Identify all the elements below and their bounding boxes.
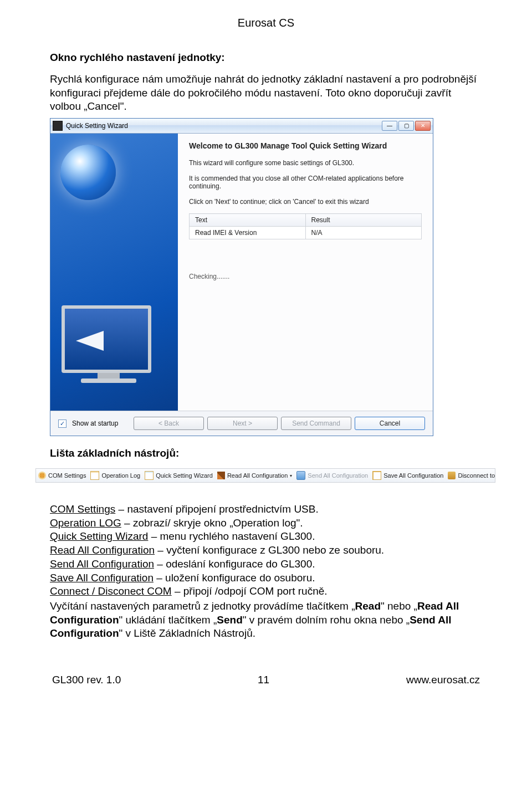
minimize-button[interactable]: — (382, 121, 397, 131)
window-title: Quick Setting Wizard (66, 122, 382, 130)
link-com: COM Settings (50, 503, 115, 515)
read-icon (217, 472, 225, 479)
link-readall: Read All Configuration (50, 544, 155, 556)
toolbar-quick-wizard[interactable]: Quick Setting Wizard (145, 471, 213, 480)
titlebar: Quick Setting Wizard — ▢ ✕ (50, 119, 433, 134)
document-icon (90, 471, 99, 480)
wizard-sidebar-graphic (50, 134, 178, 411)
toolbar-strip: COM Settings Operation Log Quick Setting… (35, 468, 495, 483)
col-result-header: Result (311, 216, 330, 224)
wizard-table: Text Result Read IMEI & Version N/A (189, 213, 422, 239)
footer-right: www.eurosat.cz (406, 674, 480, 686)
section-heading-2: Lišta základních nástrojů: (50, 447, 482, 459)
wizard-icon (145, 471, 154, 480)
dropdown-arrow-icon: ▾ (290, 473, 292, 478)
toolbar-disconnect[interactable]: Disconnect to COM (448, 472, 495, 479)
closing-paragraph: Vyčítání nastavených parametrů z jednotk… (50, 600, 482, 641)
cell-result: N/A (311, 229, 323, 237)
link-quick: Quick Setting Wizard (50, 530, 148, 542)
wizard-welcome: Welcome to GL300 Manage Tool Quick Setti… (189, 141, 422, 150)
wizard-text-1: This wizard will configure some basic se… (189, 159, 422, 167)
maximize-button[interactable]: ▢ (398, 121, 414, 131)
toolbar-save-all[interactable]: Save All Configuration (372, 471, 443, 480)
show-at-startup-checkbox[interactable]: ✓ (58, 420, 66, 428)
send-command-button[interactable]: Send Command (281, 417, 351, 430)
plug-icon (448, 472, 456, 479)
cancel-button[interactable]: Cancel (355, 417, 425, 430)
gear-icon (38, 472, 46, 479)
link-sendall: Send All Configuration (50, 558, 154, 570)
toolbar-read-all[interactable]: Read All Configuration▾ (217, 472, 292, 479)
link-log: Operation LOG (50, 517, 121, 529)
footer-left: GL300 rev. 1.0 (52, 674, 121, 686)
section-heading-1: Okno rychlého nastavení jednotky: (50, 52, 482, 64)
col-text-header: Text (195, 216, 207, 224)
next-button[interactable]: Next > (207, 417, 278, 430)
toolbar-operation-log[interactable]: Operation Log (90, 471, 140, 480)
show-at-startup-label: Show at startup (72, 420, 118, 427)
link-connect: Connect / Disconect COM (50, 585, 172, 597)
link-saveall: Save All Configuration (50, 572, 154, 584)
save-icon (372, 471, 381, 480)
wizard-text-2: It is commended that you close all other… (189, 175, 422, 190)
footer-page-number: 11 (258, 674, 269, 686)
wizard-text-3: Click on 'Next' to continue; click on 'C… (189, 198, 422, 206)
app-icon (53, 121, 63, 131)
checking-status: Checking....... (189, 273, 422, 280)
close-button[interactable]: ✕ (415, 121, 431, 131)
cell-text: Read IMEI & Version (195, 229, 257, 237)
lens-graphic (60, 145, 116, 200)
send-icon (296, 471, 305, 480)
toolbar-description-list: COM Settings – nastavení připojení prost… (50, 503, 482, 598)
wizard-window: Quick Setting Wizard — ▢ ✕ Welcome to GL… (50, 118, 433, 436)
page-header: Eurosat CS (50, 17, 482, 29)
monitor-graphic (62, 305, 156, 388)
back-button[interactable]: < Back (134, 417, 204, 430)
intro-paragraph: Rychlá konfigurace nám umožňuje nahrát d… (50, 73, 482, 114)
toolbar-com-settings[interactable]: COM Settings (38, 472, 86, 479)
toolbar-send-all[interactable]: Send All Configuration (296, 471, 368, 480)
